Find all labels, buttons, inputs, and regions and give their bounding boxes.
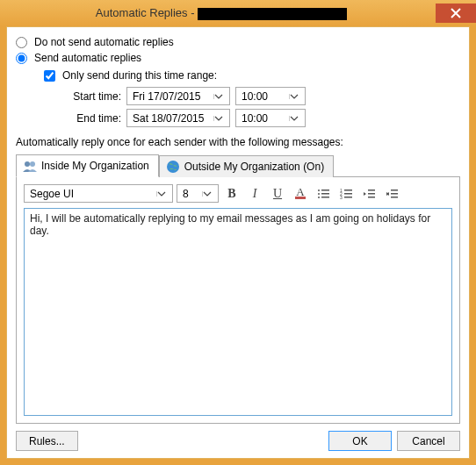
start-date-combo[interactable]: Fri 17/07/2015 — [126, 87, 230, 105]
tab-panel: Segoe UI 8 B I U A — [16, 176, 460, 424]
svg-rect-12 — [344, 193, 352, 195]
start-time-combo[interactable]: 10:00 — [235, 87, 306, 105]
chevron-down-icon — [156, 191, 170, 197]
svg-rect-6 — [321, 193, 329, 195]
only-send-label: Only send during this time range: — [62, 69, 217, 82]
font-color-icon: A — [295, 188, 306, 199]
svg-rect-20 — [391, 197, 398, 198]
time-grid: Start time: Fri 17/07/2015 10:00 — [60, 87, 460, 127]
dialog-footer: Rules... OK Cancel — [16, 431, 460, 451]
svg-point-1 — [30, 161, 35, 167]
italic-button[interactable]: I — [245, 185, 264, 203]
tab-inside-label: Inside My Organization — [41, 160, 149, 172]
messages-caption: Automatically reply once for each sender… — [16, 136, 460, 148]
font-size-combo[interactable]: 8 — [177, 184, 219, 203]
font-size-value: 8 — [183, 188, 189, 200]
radio-send[interactable]: Send automatic replies — [16, 52, 460, 64]
svg-point-0 — [25, 161, 30, 167]
close-button[interactable] — [436, 4, 476, 23]
svg-point-7 — [318, 197, 320, 198]
ok-button[interactable]: OK — [328, 431, 392, 451]
only-send-checkbox[interactable] — [44, 70, 55, 82]
svg-rect-18 — [391, 190, 398, 191]
numbered-list-button[interactable]: 123 — [336, 185, 356, 203]
radio-do-not-send[interactable]: Do not send automatic replies — [16, 36, 460, 48]
svg-point-3 — [318, 190, 320, 191]
svg-rect-8 — [321, 197, 329, 198]
tab-outside-label: Outside My Organization (On) — [184, 161, 324, 173]
tab-outside-org[interactable]: Outside My Organization (On) — [159, 155, 334, 177]
svg-point-2 — [167, 161, 179, 173]
radio-send-input[interactable] — [16, 53, 27, 64]
svg-rect-17 — [368, 197, 375, 198]
tab-strip: Inside My Organization Outside My Organi… — [16, 154, 460, 176]
svg-rect-16 — [368, 193, 375, 195]
svg-rect-19 — [391, 193, 398, 195]
start-time-row: Start time: Fri 17/07/2015 10:00 — [60, 87, 460, 105]
indent-button[interactable] — [382, 185, 401, 203]
svg-rect-15 — [368, 190, 375, 191]
bullet-list-button[interactable] — [314, 185, 333, 203]
end-time-label: End time: — [60, 112, 121, 125]
time-range-section: Only send during this time range: Start … — [44, 69, 460, 127]
underline-icon: U — [273, 187, 282, 201]
rules-button[interactable]: Rules... — [16, 431, 78, 451]
bullet-list-icon — [317, 189, 329, 199]
italic-icon: I — [253, 187, 257, 201]
people-icon — [22, 158, 38, 174]
only-send-checkbox-row[interactable]: Only send during this time range: — [44, 69, 460, 82]
window-title: Automatic Replies - — [7, 6, 436, 20]
end-time-combo[interactable]: 10:00 — [235, 109, 306, 127]
bold-button[interactable]: B — [222, 185, 242, 203]
font-family-value: Segoe UI — [30, 188, 74, 200]
svg-point-5 — [318, 193, 320, 195]
start-time-label: Start time: — [60, 90, 121, 103]
svg-rect-14 — [344, 197, 352, 198]
globe-icon — [165, 159, 181, 175]
font-family-combo[interactable]: Segoe UI — [24, 184, 173, 203]
radio-do-not-send-label: Do not send automatic replies — [34, 36, 174, 48]
title-redacted — [198, 8, 347, 20]
cancel-button[interactable]: Cancel — [397, 431, 460, 451]
svg-text:3: 3 — [340, 195, 343, 199]
chevron-down-icon — [289, 94, 303, 99]
chevron-down-icon — [202, 191, 216, 197]
end-time-value: 10:00 — [242, 112, 268, 125]
svg-rect-4 — [321, 190, 329, 191]
tab-inside-org[interactable]: Inside My Organization — [16, 154, 159, 177]
titlebar: Automatic Replies - — [0, 0, 476, 26]
radio-do-not-send-input[interactable] — [16, 37, 27, 48]
dialog-window: Automatic Replies - Do not send automati… — [0, 0, 476, 465]
bold-icon: B — [227, 187, 235, 201]
svg-rect-10 — [344, 190, 352, 191]
numbered-list-icon: 123 — [340, 189, 352, 199]
start-time-value: 10:00 — [242, 90, 268, 103]
end-date-value: Sat 18/07/2015 — [133, 112, 204, 125]
start-date-value: Fri 17/07/2015 — [133, 90, 200, 103]
close-icon — [451, 8, 461, 18]
outdent-button[interactable] — [359, 185, 379, 203]
indent-icon — [386, 189, 398, 199]
end-date-combo[interactable]: Sat 18/07/2015 — [126, 109, 230, 127]
underline-button[interactable]: U — [268, 185, 287, 203]
end-time-row: End time: Sat 18/07/2015 10:00 — [60, 109, 460, 127]
chevron-down-icon — [289, 116, 303, 121]
font-color-button[interactable]: A — [291, 185, 310, 203]
chevron-down-icon — [213, 94, 227, 99]
message-editor[interactable]: Hi, I will be automatically replying to … — [24, 208, 452, 416]
chevron-down-icon — [213, 116, 227, 121]
title-text: Automatic Replies - — [96, 6, 198, 19]
rich-text-toolbar: Segoe UI 8 B I U A — [24, 184, 452, 203]
client-area: Do not send automatic replies Send autom… — [6, 26, 470, 459]
radio-send-label: Send automatic replies — [34, 52, 141, 64]
outdent-icon — [363, 189, 375, 199]
